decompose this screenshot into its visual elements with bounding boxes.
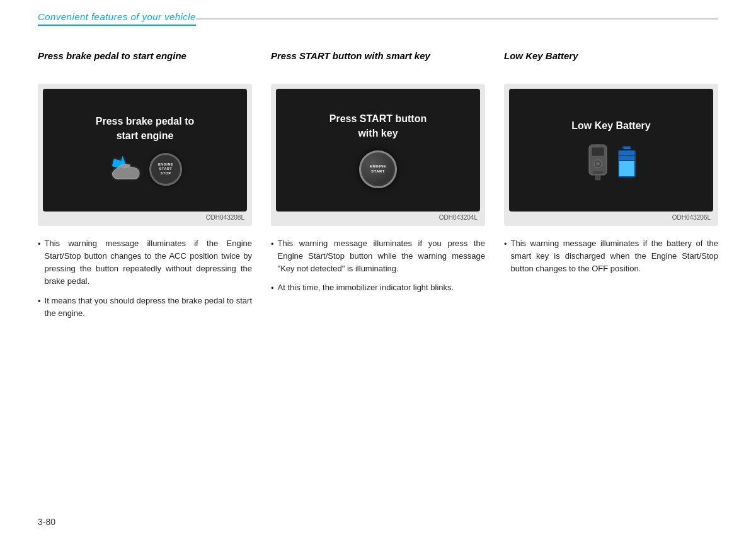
battery-top (622, 146, 631, 149)
svg-rect-2 (592, 147, 604, 156)
key-fob-icon (587, 144, 609, 181)
panel-text-brake: Press brake pedal to start engine (96, 115, 195, 143)
svg-rect-6 (595, 175, 600, 180)
bullet-item: This warning message illuminates if the … (504, 237, 718, 275)
image-panel-battery: Low Key Battery (504, 84, 718, 226)
column-brake-pedal: Press brake pedal to start engine Press … (38, 50, 252, 326)
heading-start-button: Press START button with smart key (271, 50, 485, 75)
bullet-item: It means that you should depress the bra… (38, 295, 252, 320)
columns-container: Press brake pedal to start engine Press … (38, 50, 718, 326)
bullet-list-brake: This warning message illuminates if the … (38, 237, 252, 326)
svg-rect-5 (593, 171, 603, 174)
image-id-battery: ODH043206L (509, 212, 713, 221)
image-panel-brake: Press brake pedal to start engine (38, 84, 252, 226)
bullet-list-start: This warning message illuminates if you … (271, 237, 485, 302)
foot-icon (108, 155, 142, 183)
image-id-brake: ODH043208L (43, 212, 247, 221)
battery-body (618, 150, 636, 178)
image-inner-brake: Press brake pedal to start engine (43, 89, 247, 212)
bullet-item: This warning message illuminates if the … (38, 237, 252, 288)
image-inner-start: Press START button with key ENGINE START (276, 89, 480, 212)
image-panel-start: Press START button with key ENGINE START (271, 84, 485, 226)
column-low-battery: Low Key Battery Low Key Battery (504, 50, 718, 281)
page-number: 3-80 (38, 517, 55, 527)
panel-text-start: Press START button with key (329, 112, 427, 140)
svg-point-4 (596, 162, 600, 166)
column-start-button: Press START button with smart key Press … (271, 50, 485, 302)
bullet-item: This warning message illuminates if you … (271, 237, 485, 275)
battery-fill (619, 161, 634, 176)
panel-text-battery: Low Key Battery (571, 119, 650, 133)
engine-start-btn-2: ENGINE START (359, 150, 397, 188)
battery-illustration (587, 144, 636, 181)
bullet-list-battery: This warning message illuminates if the … (504, 237, 718, 281)
brake-illustration: ENGINE START STOP (108, 153, 182, 186)
main-content: Press brake pedal to start engine Press … (0, 31, 756, 364)
header-line (196, 18, 718, 20)
start-btn-illustration: ENGINE START (359, 150, 397, 188)
page-header: Convenient features of your vehicle (0, 0, 756, 26)
battery-display (618, 150, 636, 181)
heading-low-battery: Low Key Battery (504, 50, 718, 75)
header-title: Convenient features of your vehicle (38, 11, 196, 26)
engine-start-btn: ENGINE START STOP (149, 153, 182, 186)
heading-brake-pedal: Press brake pedal to start engine (38, 50, 252, 75)
image-inner-battery: Low Key Battery (509, 89, 713, 212)
bullet-item: At this time, the immobilizer indicator … (271, 281, 485, 295)
image-id-start: ODH043204L (276, 212, 480, 221)
